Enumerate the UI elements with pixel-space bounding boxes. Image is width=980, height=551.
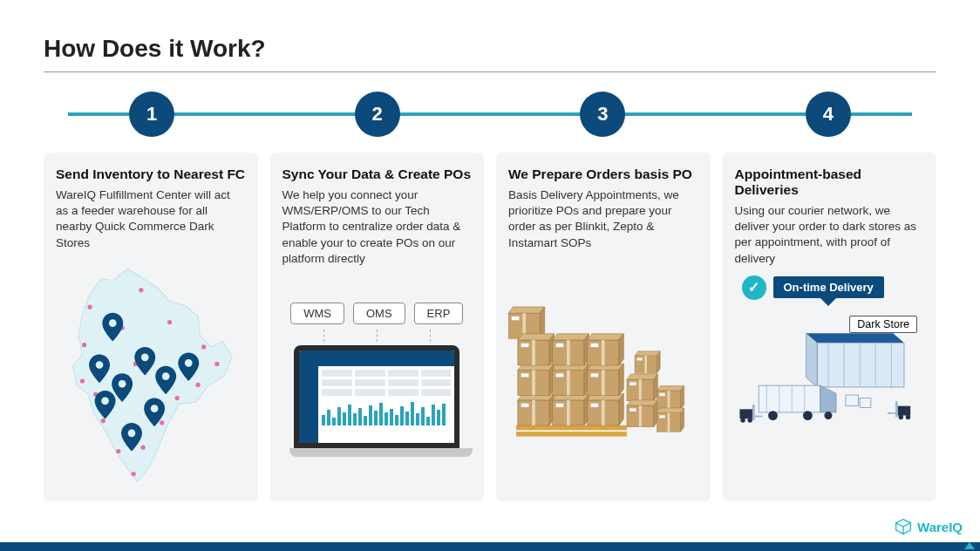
card-4-heading: Appointment-based Deliveries (735, 167, 925, 198)
laptop-illustration: WMS OMS ERP (282, 303, 473, 463)
svg-marker-63 (896, 520, 911, 527)
svg-point-14 (139, 288, 143, 292)
svg-rect-33 (512, 316, 520, 321)
svg-rect-58 (887, 412, 895, 414)
svg-rect-27 (516, 425, 627, 430)
svg-point-9 (175, 396, 180, 400)
svg-point-54 (740, 418, 745, 422)
card-2: Sync Your Data & Create POs We help you … (270, 153, 485, 501)
card-2-body: We help you connect your WMS/ERP/OMS to … (282, 187, 473, 267)
svg-point-3 (80, 378, 85, 383)
step-2: 2 (355, 92, 400, 137)
boxes-illustration (508, 300, 698, 448)
tag-wms: WMS (290, 303, 344, 324)
svg-point-18 (109, 319, 117, 327)
svg-point-24 (185, 359, 193, 367)
stepper: 1 2 3 4 (51, 92, 929, 137)
svg-marker-34 (806, 333, 903, 343)
check-icon: ✓ (742, 276, 766, 300)
cards-row: Send Inventory to Nearest FC WareIQ Fulf… (44, 153, 936, 501)
stepper-line (68, 112, 912, 116)
brand-logo: WareIQ (895, 518, 963, 535)
svg-point-1 (82, 343, 86, 347)
dark-store-label: Dark Store (849, 316, 917, 333)
svg-point-10 (196, 383, 201, 387)
svg-point-25 (128, 429, 136, 437)
svg-rect-52 (752, 405, 754, 420)
svg-point-22 (141, 353, 149, 361)
svg-rect-28 (516, 432, 627, 437)
card-3-body: Basis Delivery Appointments, we prioriti… (508, 187, 698, 251)
svg-point-13 (167, 320, 172, 324)
cube-icon (895, 518, 912, 535)
brand-text: WareIQ (917, 520, 963, 534)
on-time-flag: On-time Delivery (773, 276, 884, 298)
svg-rect-42 (759, 385, 820, 412)
svg-marker-36 (806, 333, 817, 387)
svg-point-5 (116, 449, 120, 453)
svg-rect-62 (860, 398, 871, 408)
card-1-body: WareIQ Fulfillment Center will act as a … (56, 187, 246, 251)
svg-rect-61 (845, 395, 858, 406)
card-4: Appointment-based Deliveries Using our c… (723, 153, 937, 501)
svg-point-21 (101, 397, 109, 405)
page-title: How Does it Work? (44, 35, 936, 72)
svg-point-59 (898, 415, 902, 419)
svg-marker-35 (817, 343, 904, 387)
svg-point-60 (905, 415, 909, 419)
svg-point-19 (96, 361, 104, 369)
card-1: Send Inventory to Nearest FC WareIQ Fulf… (44, 153, 258, 501)
svg-rect-56 (897, 406, 910, 416)
svg-point-55 (747, 418, 752, 422)
tag-erp: ERP (414, 303, 464, 324)
svg-point-46 (824, 412, 832, 419)
arrow-up-icon (964, 542, 975, 549)
card-4-body: Using our courier network, we deliver yo… (735, 203, 925, 267)
svg-point-44 (768, 411, 778, 420)
delivery-illustration: ✓ On-time Delivery Dark Store (735, 276, 925, 489)
svg-point-6 (132, 472, 136, 476)
card-3: We Prepare Orders basis PO Basis Deliver… (496, 153, 711, 501)
svg-marker-30 (508, 307, 545, 313)
svg-point-23 (162, 372, 170, 380)
svg-point-12 (201, 344, 206, 349)
card-1-heading: Send Inventory to Nearest FC (56, 167, 246, 182)
card-2-heading: Sync Your Data & Create POs (282, 167, 473, 182)
svg-point-26 (151, 405, 159, 412)
step-1: 1 (129, 92, 174, 137)
svg-point-8 (160, 420, 164, 425)
step-4: 4 (806, 92, 851, 137)
tag-oms: OMS (353, 303, 405, 324)
india-map-illustration (56, 260, 246, 491)
svg-point-7 (140, 445, 145, 449)
card-3-heading: We Prepare Orders basis PO (508, 167, 698, 182)
svg-rect-53 (754, 415, 762, 417)
footer-bar (0, 542, 980, 551)
svg-rect-51 (739, 409, 752, 418)
svg-point-4 (101, 418, 105, 423)
svg-point-20 (119, 380, 126, 388)
svg-point-11 (214, 362, 219, 366)
svg-marker-43 (820, 385, 835, 412)
svg-rect-57 (895, 401, 897, 417)
svg-point-0 (88, 304, 92, 309)
step-3: 3 (580, 92, 625, 137)
